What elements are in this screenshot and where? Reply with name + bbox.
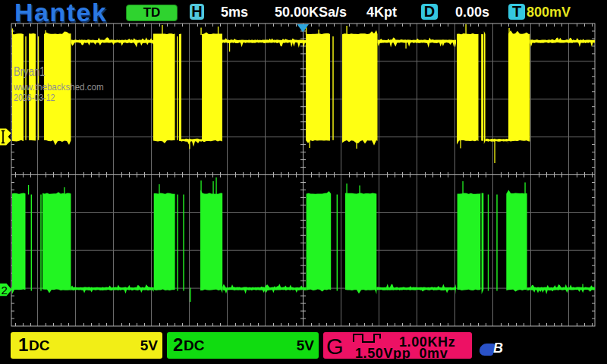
svg-text:2: 2 — [2, 284, 8, 297]
